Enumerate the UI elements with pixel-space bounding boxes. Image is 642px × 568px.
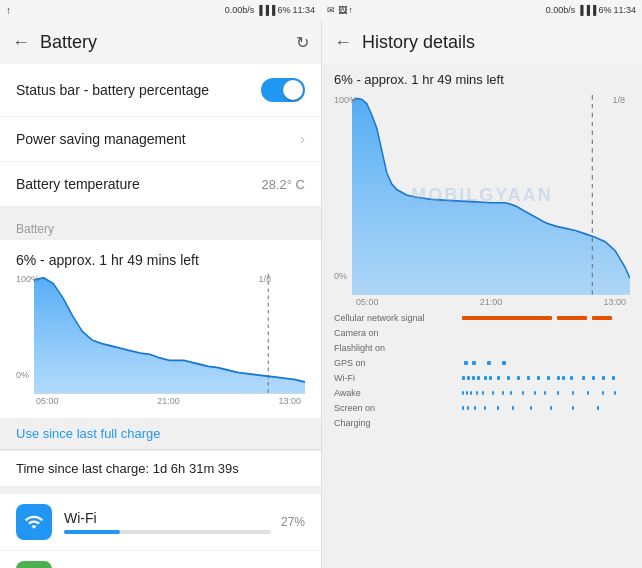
right-panel: ← History details 6% - approx. 1 hr 49 m… — [321, 20, 642, 568]
right-panel-title: History details — [362, 32, 630, 53]
chart-x-start: 05:00 — [36, 396, 59, 406]
right-notif-icon: ✉ 🖼 — [327, 5, 347, 15]
svg-rect-19 — [517, 376, 520, 380]
right-battery-pct: 6% — [598, 5, 611, 15]
battery-status-text: 6% - approx. 1 hr 49 mins left — [16, 252, 305, 268]
charging-label: Charging — [334, 418, 454, 428]
wifi-app-icon — [16, 504, 52, 540]
awake-label: Awake — [334, 388, 454, 398]
battery-percentage-toggle[interactable] — [261, 78, 305, 102]
use-since-link[interactable]: Use since last full charge — [0, 418, 321, 449]
temperature-label: Battery temperature — [16, 176, 140, 192]
svg-rect-30 — [462, 391, 464, 395]
history-chart-container: MOBILGYAAN 100% 0% 1/8 — [334, 95, 630, 295]
dual-status-bar: ↑ 0.00b/s ▐▐▐ 6% 11:34 ✉ 🖼 ↑ 0.00b/s ▐▐▐… — [0, 0, 642, 20]
right-chart-y-bottom: 0% — [334, 271, 347, 281]
svg-rect-27 — [592, 376, 595, 380]
back-button[interactable]: ← — [12, 32, 30, 53]
svg-rect-44 — [602, 391, 604, 395]
wifi-app-name: Wi-Fi — [64, 510, 271, 526]
refresh-icon[interactable]: ↻ — [296, 33, 309, 52]
svg-rect-23 — [557, 376, 560, 380]
camera-bar — [454, 329, 630, 337]
svg-rect-8 — [472, 361, 476, 365]
power-saving-chevron: › — [300, 131, 305, 147]
left-status-bar: ↑ 0.00b/s ▐▐▐ 6% 11:34 — [0, 0, 321, 20]
svg-rect-38 — [522, 391, 524, 395]
svg-rect-25 — [570, 376, 573, 380]
svg-rect-10 — [502, 361, 506, 365]
chart-dotted-label: 1/8 — [258, 274, 271, 284]
signal-row-gps: GPS on — [334, 356, 630, 370]
svg-rect-46 — [462, 406, 464, 410]
right-time: 11:34 — [613, 5, 636, 15]
svg-rect-31 — [466, 391, 468, 395]
signal-row-screen: Screen on — [334, 401, 630, 415]
svg-rect-15 — [484, 376, 487, 380]
svg-rect-53 — [550, 406, 552, 410]
signal-row-charging: Charging — [334, 416, 630, 430]
awake-bar — [454, 389, 630, 397]
svg-rect-47 — [467, 406, 469, 410]
right-back-button[interactable]: ← — [334, 32, 352, 53]
svg-rect-9 — [487, 361, 491, 365]
app-row-wifi[interactable]: Wi-Fi 27% — [0, 494, 321, 551]
settings-section: Status bar - battery percentage Power sa… — [0, 64, 321, 206]
status-bar-label: Status bar - battery percentage — [16, 82, 209, 98]
app-row-screen[interactable]: Screen 23% — [0, 551, 321, 568]
signal-row-wifi: Wi-Fi — [334, 371, 630, 385]
history-status-text: 6% - approx. 1 hr 49 mins left — [322, 64, 642, 91]
left-panel-header: ← Battery ↻ — [0, 20, 321, 64]
main-content: ← Battery ↻ Status bar - battery percent… — [0, 20, 642, 568]
svg-rect-34 — [482, 391, 484, 395]
charging-bar — [454, 419, 630, 427]
left-chart-svg — [34, 274, 305, 394]
svg-rect-55 — [597, 406, 599, 410]
svg-rect-41 — [557, 391, 559, 395]
svg-rect-33 — [476, 391, 478, 395]
svg-rect-16 — [489, 376, 492, 380]
signal-row-cellular: Cellular network signal — [334, 311, 630, 325]
status-bar-row[interactable]: Status bar - battery percentage — [0, 64, 321, 117]
temperature-row: Battery temperature 28.2° C — [0, 162, 321, 206]
svg-rect-14 — [477, 376, 480, 380]
right-panel-header: ← History details — [322, 20, 642, 64]
svg-rect-26 — [582, 376, 585, 380]
battery-section-label: Battery — [0, 214, 321, 240]
chart-y-top-label: 100% — [16, 274, 39, 284]
signal-row-awake: Awake — [334, 386, 630, 400]
svg-rect-17 — [497, 376, 500, 380]
svg-rect-35 — [492, 391, 494, 395]
cellular-label: Cellular network signal — [334, 313, 454, 323]
svg-rect-13 — [472, 376, 475, 380]
right-signal-icon: ▐▐▐ — [577, 5, 596, 15]
power-saving-row[interactable]: Power saving management › — [0, 117, 321, 162]
svg-rect-24 — [562, 376, 565, 380]
left-panel-title: Battery — [40, 32, 296, 53]
history-chart-area: MOBILGYAAN 100% 0% 1/8 — [322, 91, 642, 309]
power-saving-label: Power saving management — [16, 131, 186, 147]
time-since-charge: Time since last charge: 1d 6h 31m 39s — [0, 450, 321, 486]
svg-rect-40 — [544, 391, 546, 395]
left-notification-icon: ↑ — [6, 5, 11, 16]
svg-rect-50 — [497, 406, 499, 410]
svg-rect-4 — [462, 316, 552, 320]
app-usage-section: Wi-Fi 27% Screen — [0, 494, 321, 568]
svg-rect-32 — [470, 391, 472, 395]
wifi-signal-bar — [454, 374, 630, 382]
right-chart-dotted-label: 1/8 — [612, 95, 625, 105]
svg-rect-43 — [587, 391, 589, 395]
svg-rect-28 — [602, 376, 605, 380]
right-chart-svg — [352, 95, 630, 295]
flashlight-bar — [454, 344, 630, 352]
svg-rect-12 — [467, 376, 470, 380]
svg-rect-21 — [537, 376, 540, 380]
wifi-app-info: Wi-Fi — [64, 510, 271, 534]
right-x-mid: 21:00 — [480, 297, 503, 307]
chart-x-end: 13:00 — [278, 396, 301, 406]
wifi-signal-label: Wi-Fi — [334, 373, 454, 383]
gps-label: GPS on — [334, 358, 454, 368]
right-chart-x-labels: 05:00 21:00 13:00 — [334, 295, 630, 309]
left-signal-icon: ▐▐▐ — [256, 5, 275, 15]
screen-on-label: Screen on — [334, 403, 454, 413]
